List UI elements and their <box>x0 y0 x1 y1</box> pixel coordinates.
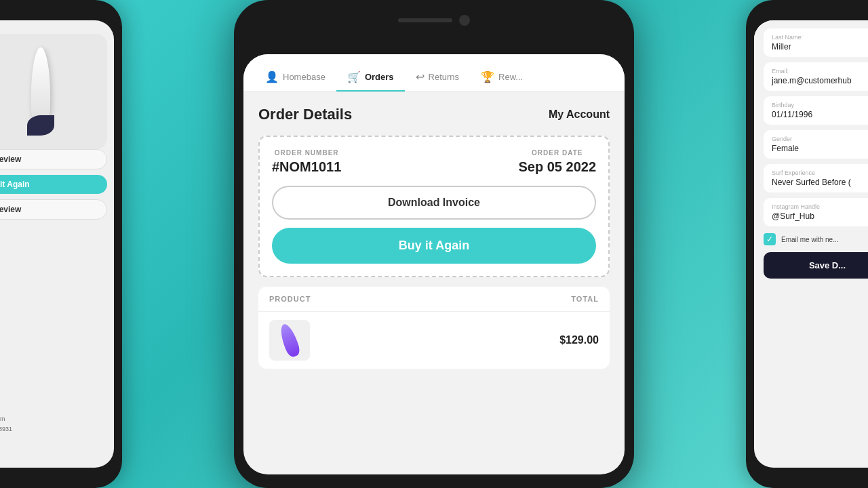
review-button-2[interactable]: ★ Review <box>0 199 107 220</box>
left-phone: ★ Review Buy it Again ★ Review op.com oa… <box>0 0 122 488</box>
surf-experience-value[interactable]: Never Surfed Before ( <box>772 178 868 187</box>
app-navigation: 👤 Homebase 🛒 Orders ↩ Returns 🏆 Rew... <box>243 54 625 92</box>
nav-returns[interactable]: ↩ Returns <box>405 64 471 92</box>
order-date-col: ORDER DATE Sep 05 2022 <box>518 149 596 175</box>
product-image-area <box>0 34 107 149</box>
last-name-field: Last Name: Miller <box>764 28 868 57</box>
email-value[interactable]: jane.m@customerhub <box>772 76 868 85</box>
download-invoice-button[interactable]: Download Invoice <box>272 186 596 220</box>
order-date-value: Sep 05 2022 <box>518 159 596 175</box>
email-checkbox[interactable]: ✓ <box>764 233 776 245</box>
last-name-value[interactable]: Miller <box>772 42 868 52</box>
order-number-col: ORDER NUMBER #NOM1011 <box>272 149 341 175</box>
homebase-icon: 👤 <box>265 70 279 83</box>
surf-experience-label: Surf Experience <box>772 169 868 176</box>
homebase-label: Homebase <box>283 72 326 82</box>
gender-field: Gender Female <box>764 130 868 159</box>
review-label-2: Review <box>0 205 21 214</box>
nav-rewards[interactable]: 🏆 Rew... <box>470 64 534 92</box>
order-date-label: ORDER DATE <box>518 149 596 157</box>
order-content: Order Details My Account ORDER NUMBER #N… <box>243 92 625 382</box>
order-number-value: #NOM1011 <box>272 159 341 175</box>
phone-notch <box>398 15 470 26</box>
my-account-link[interactable]: My Account <box>549 108 610 121</box>
bottom-text-line2: oad, 3931 <box>0 424 12 434</box>
mini-surfboard-icon <box>277 322 302 359</box>
surf-experience-field: Surf Experience Never Surfed Before ( <box>764 164 868 192</box>
product-thumbnail <box>269 320 310 361</box>
order-header: Order Details My Account <box>258 106 610 123</box>
orders-icon: 🛒 <box>347 70 361 83</box>
right-phone: Last Name: Miller Email: jane.m@customer… <box>746 0 868 488</box>
returns-icon: ↩ <box>416 70 425 83</box>
nav-orders[interactable]: 🛒 Orders <box>336 64 405 92</box>
right-phone-form: Last Name: Miller Email: jane.m@customer… <box>754 20 868 287</box>
email-checkbox-label: Email me with ne... <box>781 236 838 243</box>
birthday-field: Birthday 01/11/1996 <box>764 96 868 125</box>
buy-again-button[interactable]: Buy it Again <box>0 175 107 194</box>
buy-again-button-main[interactable]: Buy it Again <box>272 228 596 264</box>
gender-label: Gender <box>772 136 868 142</box>
notch-bar <box>398 18 452 22</box>
rewards-icon: 🏆 <box>481 70 494 83</box>
returns-label: Returns <box>429 72 460 82</box>
birthday-value[interactable]: 01/11/1996 <box>772 110 868 119</box>
email-field: Email: jane.m@customerhub <box>764 62 868 91</box>
center-phone: 👤 Homebase 🛒 Orders ↩ Returns 🏆 Rew... O… <box>234 0 634 488</box>
buy-again-label: Buy it Again <box>0 180 30 189</box>
order-number-label: ORDER NUMBER <box>272 149 341 157</box>
save-button[interactable]: Save D... <box>764 252 868 279</box>
table-row: $129.00 <box>258 312 610 369</box>
review-button-1[interactable]: ★ Review <box>0 149 107 169</box>
instagram-field: Instagram Handle @Surf_Hub <box>764 198 868 226</box>
email-label: Email: <box>772 68 868 75</box>
gender-value[interactable]: Female <box>772 144 868 153</box>
orders-label: Orders <box>365 72 394 82</box>
notch-circle <box>459 15 470 26</box>
surfboard-image <box>14 44 68 139</box>
product-price: $129.00 <box>559 334 599 346</box>
instagram-value[interactable]: @Surf_Hub <box>772 211 868 221</box>
product-col-header: PRODUCT <box>269 295 311 303</box>
email-checkbox-row[interactable]: ✓ Email me with ne... <box>764 233 868 245</box>
product-table: PRODUCT TOTAL $129.00 <box>258 287 610 369</box>
review-label-1: Review <box>0 155 21 164</box>
rewards-label: Rew... <box>498 72 523 82</box>
birthday-label: Birthday <box>772 102 868 108</box>
order-info-row: ORDER NUMBER #NOM1011 ORDER DATE Sep 05 … <box>272 149 596 175</box>
surfboard-fin <box>27 115 54 136</box>
order-details-title: Order Details <box>258 106 352 123</box>
center-phone-screen: 👤 Homebase 🛒 Orders ↩ Returns 🏆 Rew... O… <box>243 54 625 474</box>
total-col-header: TOTAL <box>571 295 599 303</box>
instagram-label: Instagram Handle <box>772 203 868 210</box>
left-phone-bottom-text: op.com oad, 3931 <box>0 414 19 434</box>
right-phone-screen: Last Name: Miller Email: jane.m@customer… <box>754 20 868 468</box>
left-phone-screen: ★ Review Buy it Again ★ Review op.com oa… <box>0 20 114 468</box>
left-phone-content: ★ Review Buy it Again ★ Review <box>0 20 114 232</box>
table-header: PRODUCT TOTAL <box>258 287 610 312</box>
nav-homebase[interactable]: 👤 Homebase <box>254 64 336 92</box>
order-details-box: ORDER NUMBER #NOM1011 ORDER DATE Sep 05 … <box>258 136 610 277</box>
checkmark-icon: ✓ <box>766 235 773 244</box>
last-name-label: Last Name: <box>772 34 868 41</box>
bottom-text-line1: op.com <box>0 414 12 424</box>
